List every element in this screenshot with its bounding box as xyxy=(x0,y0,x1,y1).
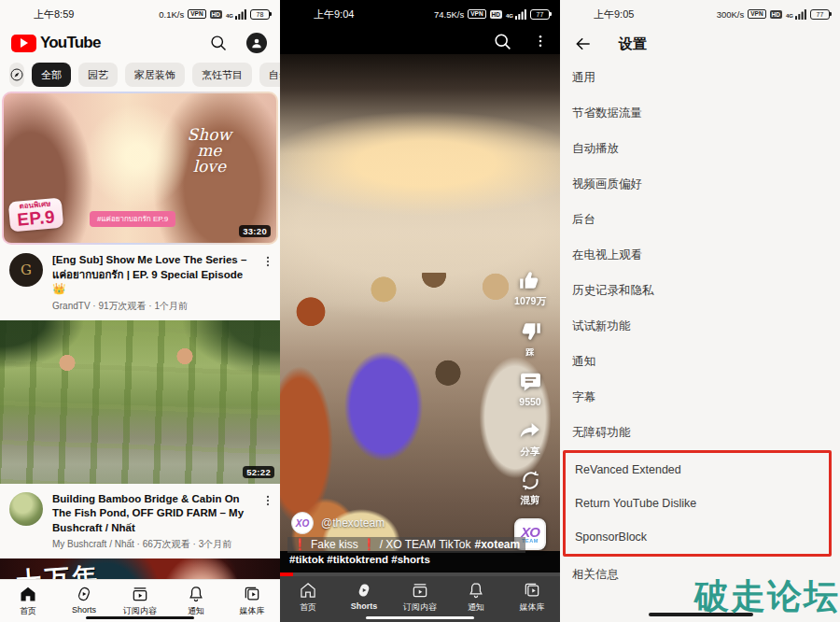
channel-avatar[interactable]: XO xyxy=(291,512,314,534)
hashtag-pill: #แค่อยากบอกรัก EP.9 xyxy=(90,211,175,227)
nav-subscriptions[interactable]: 订阅内容 xyxy=(394,581,446,614)
home-icon xyxy=(299,581,317,600)
settings-item-accessibility[interactable]: 无障碍功能 xyxy=(560,415,840,450)
page-title: 设置 xyxy=(619,35,647,53)
duration-badge: 33:20 xyxy=(239,225,271,237)
hd-badge-icon: HD xyxy=(770,10,782,19)
chip-nature[interactable]: 自然 xyxy=(259,63,280,87)
video-title[interactable]: Building Bamboo Bridge & Cabin On The Fi… xyxy=(52,492,252,536)
nav-home[interactable]: 首页 xyxy=(282,581,334,614)
youtube-logo-icon[interactable] xyxy=(11,35,36,52)
settings-item-watch-on-tv[interactable]: 在电视上观看 xyxy=(560,237,840,273)
bell-icon xyxy=(467,581,485,600)
chip-all[interactable]: 全部 xyxy=(32,63,71,87)
settings-item-general[interactable]: 通用 xyxy=(560,60,840,95)
settings-item-history-privacy[interactable]: 历史记录和隐私 xyxy=(560,273,840,308)
video-meta-2[interactable]: Building Bamboo Bridge & Cabin On The Fi… xyxy=(0,484,280,559)
hd-badge-icon: HD xyxy=(210,10,222,19)
subscriptions-icon xyxy=(131,585,149,603)
battery-icon: 78 xyxy=(250,9,272,20)
caption-tags-line[interactable]: #tiktok #tiktoktrend #shorts xyxy=(280,551,560,573)
network-type: 4G xyxy=(506,13,513,19)
settings-item-video-quality[interactable]: 视频画质偏好 xyxy=(560,166,840,202)
signal-icon xyxy=(515,9,526,20)
video-menu-icon[interactable] xyxy=(261,253,274,313)
vpn-badge-icon: VPN xyxy=(748,9,765,19)
channel-avatar[interactable] xyxy=(9,492,43,526)
settings-item-background[interactable]: 后台 xyxy=(560,202,840,237)
share-button[interactable]: 分享 xyxy=(518,418,542,459)
shorts-caption[interactable]: ❗ Fake kiss ❗ / XO TEAM TikTok #xoteam xyxy=(287,537,525,553)
clock: 上午8:59 xyxy=(34,7,74,21)
video-card-2[interactable]: 52:22 xyxy=(0,320,280,484)
back-arrow-icon[interactable] xyxy=(574,35,593,53)
forum-watermark: 破走论坛 xyxy=(694,573,840,620)
clock: 上午9:05 xyxy=(594,7,634,21)
video-meta-line: GrandTV · 91万次观看 · 1个月前 xyxy=(52,300,252,313)
video-menu-icon[interactable] xyxy=(261,492,274,552)
channel-row[interactable]: XO @thexoteam xyxy=(291,512,385,534)
like-button[interactable]: 1079万 xyxy=(514,268,546,308)
search-icon[interactable] xyxy=(493,32,512,51)
shorts-icon xyxy=(75,585,93,603)
remix-button[interactable]: 混剪 xyxy=(520,470,541,507)
shorts-icon xyxy=(355,581,373,600)
channel-handle[interactable]: @thexoteam xyxy=(321,516,385,530)
bottom-navigation: 首页 Shorts 订阅内容 通知 媒体库 xyxy=(280,576,560,622)
nav-home[interactable]: 首页 xyxy=(2,585,54,617)
search-icon[interactable] xyxy=(209,34,228,52)
settings-item-autoplay[interactable]: 自动播放 xyxy=(560,131,840,166)
chip-cooking[interactable]: 烹饪节目 xyxy=(192,63,252,87)
profile-avatar[interactable] xyxy=(246,33,267,53)
video-title[interactable]: [Eng Sub] Show Me Love The Series – แค่อ… xyxy=(52,253,252,297)
status-bar: 上午9:04 74.5K/s VPN HD 4G 77 xyxy=(280,0,560,28)
network-type: 4G xyxy=(226,13,233,19)
vpn-badge-icon: VPN xyxy=(188,9,205,19)
shorts-action-rail: 1079万 踩 9550 分享 混剪 XO TEAM xyxy=(506,268,554,550)
youtube-wordmark[interactable]: YouTube xyxy=(40,34,101,52)
chip-home-decor[interactable]: 家居装饰 xyxy=(125,63,185,87)
shorts-progress-bar[interactable] xyxy=(280,573,560,576)
nav-shorts[interactable]: Shorts xyxy=(58,585,110,615)
nav-notifications[interactable]: 通知 xyxy=(450,581,502,614)
video-card-1[interactable]: ตอนพิเศษ EP.9 #แค่อยากบอกรัก EP.9 Show m… xyxy=(2,92,278,245)
settings-item-notifications[interactable]: 通知 xyxy=(560,344,840,379)
thumbnail-title-overlay: Show me love xyxy=(188,127,231,175)
kebab-menu-icon[interactable] xyxy=(533,34,548,49)
nav-shorts[interactable]: Shorts xyxy=(338,581,390,611)
chip-gardening[interactable]: 园艺 xyxy=(78,63,118,87)
settings-item-data-saving[interactable]: 节省数据流量 xyxy=(560,95,840,131)
nav-handle-bar xyxy=(366,616,474,620)
video-meta-1[interactable]: G [Eng Sub] Show Me Love The Series – แค… xyxy=(0,245,280,320)
settings-item-captions[interactable]: 字幕 xyxy=(560,379,840,415)
library-icon xyxy=(243,585,261,603)
exclamation-emoji: ❗ xyxy=(362,538,376,551)
video-meta-line: My Bushcraft / Nhất · 66万次观看 · 3个月前 xyxy=(52,538,252,551)
caption-hashtag[interactable]: #xoteam xyxy=(474,538,520,551)
share-arrow-icon xyxy=(518,418,542,443)
episode-badge: ตอนพิเศษ EP.9 xyxy=(8,198,63,233)
exclamation-emoji: ❗ xyxy=(293,538,307,551)
settings-item-return-youtube-dislike[interactable]: Return YouTube Dislike xyxy=(566,487,829,520)
nav-notifications[interactable]: 通知 xyxy=(170,585,222,617)
channel-avatar[interactable]: G xyxy=(9,253,43,287)
nav-handle-bar xyxy=(86,616,194,620)
video-thumbnail[interactable]: ตอนพิเศษ EP.9 #แค่อยากบอกรัก EP.9 Show m… xyxy=(4,93,276,243)
status-bar: 上午8:59 0.1K/s VPN HD 4G 78 xyxy=(0,0,280,28)
nav-subscriptions[interactable]: 订阅内容 xyxy=(114,585,166,617)
status-bar: 上午9:05 300K/s VPN HD 4G 77 xyxy=(560,0,840,28)
settings-item-sponsorblock[interactable]: SponsorBlock xyxy=(566,520,829,554)
explore-compass-icon[interactable] xyxy=(9,63,24,87)
comments-button[interactable]: 9550 xyxy=(519,370,542,407)
vpn-badge-icon: VPN xyxy=(468,9,485,19)
duration-badge: 52:22 xyxy=(243,466,274,478)
remix-icon xyxy=(520,470,541,491)
nav-library[interactable]: 媒体库 xyxy=(226,585,278,617)
settings-item-revanced-extended[interactable]: ReVanced Extended xyxy=(566,453,829,487)
settings-item-try-new-features[interactable]: 试试新功能 xyxy=(560,308,840,344)
highlight-annotation-box: ReVanced Extended Return YouTube Dislike… xyxy=(563,450,832,557)
network-type: 4G xyxy=(786,13,793,19)
settings-header: 设置 xyxy=(560,28,840,60)
nav-library[interactable]: 媒体库 xyxy=(506,581,558,614)
dislike-button[interactable]: 踩 xyxy=(518,319,542,359)
